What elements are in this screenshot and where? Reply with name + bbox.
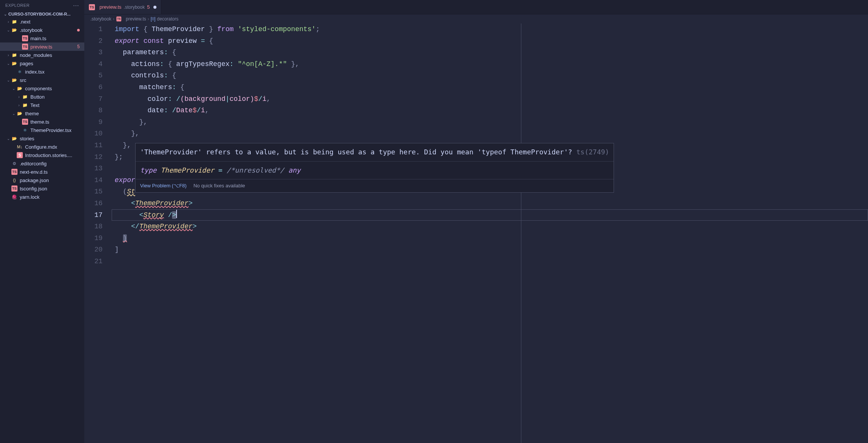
- tab-error-badge: 5: [147, 4, 150, 10]
- error-count-badge: 5: [77, 44, 80, 49]
- sidebar: EXPLORER ⋯ ⌄ CURSO-STORYBOOK-COM-R... ›📁…: [0, 0, 84, 443]
- tree-item-package-json[interactable]: {}package.json: [0, 176, 84, 184]
- tabs-bar: TS preview.ts .storybook 5: [84, 0, 868, 14]
- tree-item-label: stories: [20, 136, 34, 141]
- chevron-icon: ⌄: [5, 78, 11, 82]
- tree-item-stories[interactable]: ⌄📂stories: [0, 134, 84, 143]
- chevron-icon: ›: [16, 95, 22, 99]
- breadcrumb-seg[interactable]: .storybook: [90, 16, 111, 22]
- breadcrumb-seg[interactable]: decorators: [157, 16, 178, 22]
- tree-item-preview-ts[interactable]: TSpreview.ts5: [0, 42, 84, 51]
- line-number: 12: [84, 151, 103, 163]
- hover-message: 'ThemeProvider' refers to a value, but i…: [140, 148, 572, 156]
- tree-item-button[interactable]: ›📁Button: [0, 93, 84, 101]
- tree-item-label: .editorconfig: [20, 161, 47, 167]
- tree-item-label: .next: [20, 19, 30, 25]
- tree-item--storybook[interactable]: ⌄📂.storybook: [0, 26, 84, 34]
- line-number: 18: [84, 221, 103, 232]
- line-number: 19: [84, 232, 103, 244]
- line-number: 2: [84, 35, 103, 47]
- tree-item-theme-ts[interactable]: TStheme.ts: [0, 118, 84, 126]
- tree-item-label: Introduction.stories....: [25, 152, 72, 158]
- file-icon: TS: [11, 169, 17, 175]
- line-number: 13: [84, 163, 103, 174]
- tree-item-next-env-d-ts[interactable]: TSnext-env.d.ts: [0, 168, 84, 176]
- more-icon[interactable]: ⋯: [73, 2, 79, 9]
- breadcrumb[interactable]: .storybook › TS preview.ts › [◊] decorat…: [84, 14, 868, 24]
- chevron-icon: ›: [5, 53, 11, 57]
- no-fix-label: No quick fixes available: [193, 182, 245, 190]
- tree-item-label: src: [20, 77, 26, 83]
- file-icon: M↓: [17, 144, 23, 150]
- file-icon: TS: [22, 35, 28, 41]
- tree-item-label: yarn.lock: [20, 194, 39, 200]
- folder-icon: 📁: [22, 102, 28, 108]
- folder-icon: 📁: [11, 19, 17, 25]
- tree-item-text[interactable]: ›📁Text: [0, 101, 84, 109]
- chevron-icon: ›: [16, 103, 22, 107]
- line-number: 11: [84, 140, 103, 151]
- tree-item-label: .storybook: [20, 27, 43, 33]
- folder-icon: 📁: [11, 52, 17, 58]
- tree-item-node-modules[interactable]: ›📁node_modules: [0, 51, 84, 59]
- line-number: 20: [84, 244, 103, 256]
- tree-item-label: theme: [25, 111, 39, 116]
- line-number: 3: [84, 47, 103, 58]
- breadcrumb-seg[interactable]: preview.ts: [126, 16, 146, 22]
- code-content[interactable]: import { ThemeProvider } from 'styled-co…: [112, 24, 868, 443]
- tree-item-introduction-stories----[interactable]: SIntroduction.stories....: [0, 151, 84, 159]
- gutter: 123456789101112131415161718192021: [84, 24, 112, 443]
- tab-filename: preview.ts: [99, 4, 122, 10]
- chevron-down-icon: ⌄: [2, 12, 8, 16]
- tree-item-themeprovider-tsx[interactable]: ⚛ThemeProvider.tsx: [0, 126, 84, 134]
- folder-icon: 📁: [22, 94, 28, 100]
- tree-item--next[interactable]: ›📁.next: [0, 17, 84, 26]
- tab-path: .storybook: [124, 5, 145, 10]
- tree-item-tsconfig-json[interactable]: TStsconfig.json: [0, 184, 84, 193]
- tree-item-main-ts[interactable]: TSmain.ts: [0, 34, 84, 42]
- hover-error-code: ts(2749): [576, 148, 609, 156]
- file-icon: 🧶: [11, 194, 17, 200]
- line-number: 6: [84, 82, 103, 93]
- tree-item-label: Configure.mdx: [25, 144, 57, 150]
- tree-item-label: ThemeProvider.tsx: [30, 127, 71, 133]
- tree-item-components[interactable]: ⌄📂components: [0, 84, 84, 93]
- tree-item-label: main.ts: [30, 36, 46, 41]
- line-number: 21: [84, 256, 103, 267]
- file-icon: TS: [11, 185, 17, 192]
- explorer-title: EXPLORER: [5, 3, 30, 8]
- line-number: 1: [84, 24, 103, 35]
- dirty-indicator-icon: [153, 6, 156, 9]
- folder-icon: 📂: [17, 110, 23, 116]
- tree-item--editorconfig[interactable]: ⚙.editorconfig: [0, 159, 84, 168]
- tree-item-theme[interactable]: ⌄📂theme: [0, 109, 84, 118]
- editor[interactable]: 123456789101112131415161718192021 import…: [84, 24, 868, 443]
- project-header[interactable]: ⌄ CURSO-STORYBOOK-COM-R...: [0, 11, 84, 17]
- tree-item-label: theme.ts: [30, 119, 49, 125]
- view-problem-link[interactable]: View Problem (⌥F8): [140, 182, 186, 190]
- chevron-icon: ⌄: [5, 137, 11, 141]
- file-icon: ⚛: [17, 69, 23, 75]
- file-icon: ⚙: [11, 160, 17, 167]
- hover-tooltip: 'ThemeProvider' refers to a value, but i…: [135, 143, 614, 193]
- tree-item-configure-mdx[interactable]: M↓Configure.mdx: [0, 143, 84, 151]
- tree-item-pages[interactable]: ⌄📂pages: [0, 59, 84, 68]
- file-icon: TS: [22, 44, 28, 50]
- tree-item-yarn-lock[interactable]: 🧶yarn.lock: [0, 193, 84, 201]
- line-number: 14: [84, 174, 103, 186]
- chevron-icon: ⌄: [11, 86, 17, 91]
- line-number: 9: [84, 116, 103, 128]
- tab-preview[interactable]: TS preview.ts .storybook 5: [84, 0, 161, 14]
- tree-item-index-tsx[interactable]: ⚛index.tsx: [0, 68, 84, 76]
- tree-item-src[interactable]: ⌄📂src: [0, 76, 84, 84]
- line-number: 4: [84, 58, 103, 70]
- file-icon: S: [17, 152, 23, 158]
- line-number: 7: [84, 93, 103, 105]
- folder-icon: 📂: [11, 77, 17, 83]
- folder-icon: 📂: [11, 135, 17, 141]
- line-number: 15: [84, 186, 103, 198]
- tree-item-label: pages: [20, 61, 33, 66]
- tree-item-label: Button: [30, 94, 45, 100]
- file-icon: {}: [11, 177, 17, 183]
- symbol-icon: [◊]: [151, 16, 156, 22]
